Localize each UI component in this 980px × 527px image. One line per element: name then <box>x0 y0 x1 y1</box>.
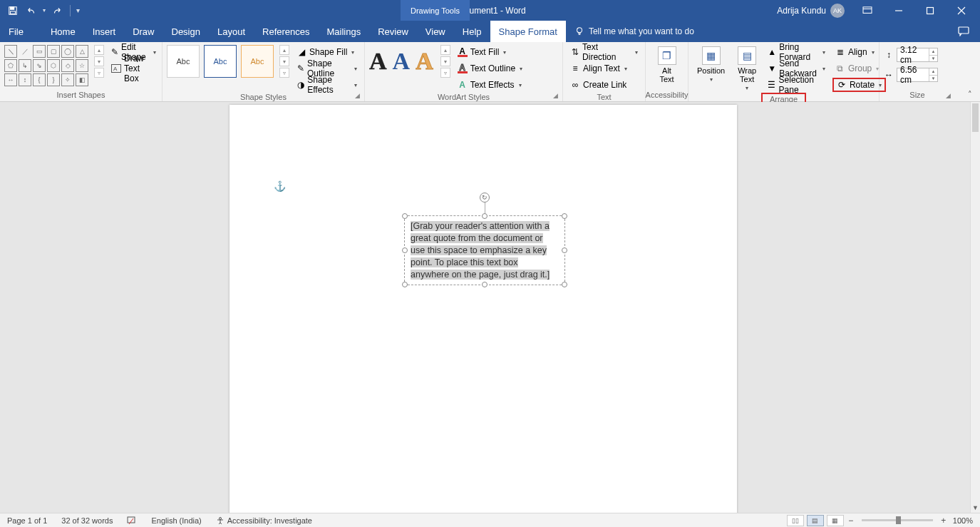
word-count[interactable]: 32 of 32 words <box>54 513 120 527</box>
text-fill-button[interactable]: A Text Fill▾ <box>455 45 525 59</box>
zoom-knob[interactable] <box>896 516 901 524</box>
print-layout-button[interactable]: ▤ <box>807 515 824 526</box>
height-up[interactable]: ▲ <box>929 48 937 56</box>
resize-handle-e[interactable] <box>562 247 567 253</box>
page-indicator[interactable]: Page 1 of 1 <box>0 513 54 527</box>
wordart-style-2[interactable]: A <box>393 48 411 75</box>
tab-help[interactable]: Help <box>454 21 490 42</box>
zoom-out-button[interactable]: − <box>846 516 856 526</box>
send-backward-icon: ▼ <box>768 63 776 73</box>
wordart-style-3[interactable]: A <box>416 48 433 75</box>
draw-text-box-label: Draw Text Box <box>124 53 156 83</box>
tab-design[interactable]: Design <box>163 21 209 42</box>
tab-review[interactable]: Review <box>369 21 417 42</box>
accessibility-status[interactable]: Accessibility: Investigate <box>209 513 319 527</box>
tab-mailings[interactable]: Mailings <box>319 21 370 42</box>
rotate-icon: ⟳ <box>837 80 847 90</box>
text-direction-button[interactable]: ⇅ Text Direction▾ <box>567 45 641 59</box>
resize-handle-ne[interactable] <box>562 213 567 219</box>
zoom-in-button[interactable]: + <box>939 516 949 526</box>
rotate-handle[interactable]: ↻ <box>480 193 490 203</box>
scroll-down-button[interactable]: ▼ <box>971 503 980 513</box>
shape-styles-launcher[interactable]: ◢ <box>353 91 361 100</box>
undo-button[interactable] <box>24 4 38 18</box>
align-text-icon: ≡ <box>570 63 580 73</box>
group-objects-button[interactable]: ⧉ Group▾ <box>832 61 886 76</box>
close-button[interactable] <box>947 0 976 21</box>
align-button[interactable]: ≣ Align▾ <box>832 45 886 59</box>
shape-fill-button[interactable]: ◢ Shape Fill▾ <box>294 45 360 59</box>
text-box-content[interactable]: [Grab your reader's attention with a gre… <box>405 216 564 285</box>
tab-file[interactable]: File <box>0 21 32 42</box>
shape-style-1[interactable]: Abc <box>167 45 200 78</box>
text-effects-button[interactable]: A Text Effects▾ <box>455 78 525 92</box>
draw-text-box-button[interactable]: A Draw Text Box <box>108 61 159 76</box>
send-backward-button[interactable]: ▼ Send Backward▾ <box>765 61 828 76</box>
shapes-gallery-scroll[interactable]: ▴▾▿ <box>94 45 104 78</box>
vertical-scrollbar[interactable]: ▲ ▼ <box>970 102 980 513</box>
account-button[interactable]: Adrija Kundu AK <box>777 4 845 18</box>
shape-width-input[interactable]: 6.56 cm ▲▼ <box>897 68 938 82</box>
zoom-level[interactable]: 100% <box>950 516 976 525</box>
create-link-button[interactable]: ∞ Create Link <box>567 78 641 92</box>
width-up[interactable]: ▲ <box>929 68 937 76</box>
shape-effects-button[interactable]: ◑ Shape Effects▾ <box>294 78 360 92</box>
resize-handle-s[interactable] <box>482 282 488 287</box>
position-button[interactable]: ▦ Position ▾ <box>693 45 729 84</box>
resize-handle-se[interactable] <box>562 282 567 287</box>
collapse-ribbon-button[interactable]: ˄ <box>964 88 976 100</box>
group-size: ↕ 3.12 cm ▲▼ ↔ 6.56 cm ▲▼ Size ◢ <box>880 42 955 101</box>
wordart-styles-launcher[interactable]: ◢ <box>551 91 559 100</box>
wrap-text-button[interactable]: ▤ Wrap Text ▾ <box>733 45 760 93</box>
wordart-gallery-scroll[interactable]: ▴▾▿ <box>440 45 450 78</box>
tab-draw[interactable]: Draw <box>124 21 163 42</box>
edit-shape-icon: ✎ <box>111 47 118 57</box>
wordart-style-1[interactable]: A <box>369 48 387 75</box>
contextual-tab-drawing-tools[interactable]: Drawing Tools <box>401 0 470 21</box>
redo-button[interactable] <box>50 4 64 18</box>
shape-style-2[interactable]: Abc <box>204 45 237 78</box>
save-button[interactable] <box>6 4 20 18</box>
text-outline-button[interactable]: A Text Outline▾ <box>455 61 525 76</box>
read-mode-button[interactable]: ▯▯ <box>787 515 804 526</box>
shapes-gallery[interactable]: ＼／▭▢◯△ ⬠↳⇘⬡◇☆ ↔↕{}✧◧ <box>4 45 88 86</box>
tab-references[interactable]: References <box>254 21 318 42</box>
spelling-status[interactable] <box>120 513 144 527</box>
rotate-button[interactable]: ⟳ Rotate▾ <box>832 78 886 92</box>
zoom-slider[interactable] <box>862 519 933 521</box>
maximize-button[interactable] <box>916 0 944 21</box>
height-down[interactable]: ▼ <box>929 56 937 62</box>
shape-style-scroll[interactable]: ▴▾▿ <box>279 45 289 78</box>
tab-view[interactable]: View <box>417 21 454 42</box>
tab-insert[interactable]: Insert <box>84 21 125 42</box>
tab-layout[interactable]: Layout <box>209 21 254 42</box>
language-indicator[interactable]: English (India) <box>144 513 208 527</box>
resize-handle-nw[interactable] <box>402 213 408 219</box>
user-name: Adrija Kundu <box>777 6 826 16</box>
tab-shape-format[interactable]: Shape Format <box>490 21 566 42</box>
ribbon-display-options-button[interactable] <box>853 0 882 21</box>
web-layout-button[interactable]: ▦ <box>827 515 844 526</box>
resize-handle-n[interactable] <box>482 213 488 219</box>
align-text-button[interactable]: ≡ Align Text▾ <box>567 61 641 76</box>
minimize-button[interactable] <box>884 0 913 21</box>
width-down[interactable]: ▼ <box>929 76 937 82</box>
resize-handle-sw[interactable] <box>402 282 408 287</box>
tab-home[interactable]: Home <box>42 21 84 42</box>
shape-outline-button[interactable]: ✎ Shape Outline▾ <box>294 61 360 76</box>
tell-me-search[interactable]: Tell me what you want to do <box>566 21 703 42</box>
shape-style-gallery[interactable]: Abc Abc Abc ▴▾▿ <box>167 45 289 78</box>
scroll-thumb[interactable] <box>972 103 979 132</box>
page-1[interactable]: ⚓ ↻ [Grab your reader's attention with a… <box>229 105 737 527</box>
comments-button[interactable] <box>953 21 974 42</box>
selection-pane-button[interactable]: ☰ Selection Pane <box>765 78 828 92</box>
effects-icon: ◑ <box>296 80 304 90</box>
shape-style-3[interactable]: Abc <box>241 45 274 78</box>
size-launcher[interactable]: ◢ <box>944 91 952 100</box>
document-area[interactable]: ⚓ ↻ [Grab your reader's attention with a… <box>0 102 980 513</box>
shape-height-input[interactable]: 3.12 cm ▲▼ <box>897 48 938 62</box>
wordart-gallery[interactable]: A A A ▴▾▿ <box>369 45 450 78</box>
bring-forward-button[interactable]: ▲ Bring Forward▾ <box>765 45 828 59</box>
selected-text-box[interactable]: ↻ [Grab your reader's attention with a g… <box>404 215 565 285</box>
alt-text-button[interactable]: ❐ Alt Text <box>654 45 681 85</box>
